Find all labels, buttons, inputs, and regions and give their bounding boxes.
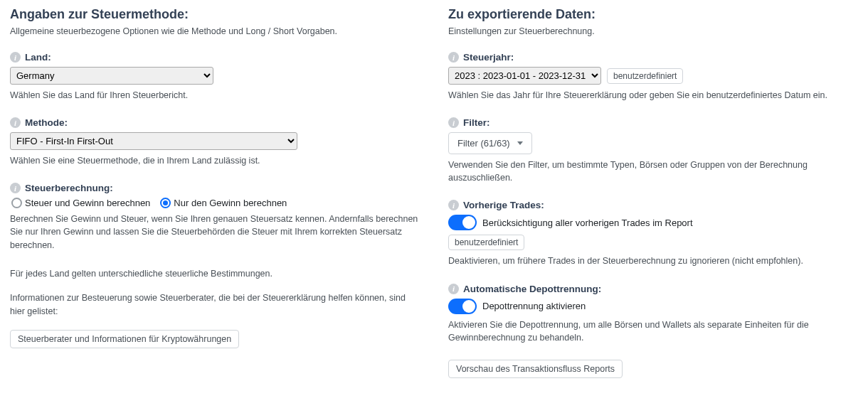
- depot-separation-label: Automatische Depottrennung:: [463, 284, 601, 294]
- radio-gain-only[interactable]: Nur den Gewinn berechnen: [160, 198, 287, 208]
- depot-separation-toggle-label: Depottrennung aktivieren: [482, 301, 586, 311]
- radio-icon: [160, 198, 171, 208]
- method-label: Methode:: [25, 117, 68, 128]
- filter-dropdown-button[interactable]: Filter (61/63): [448, 132, 532, 154]
- country-label: Land:: [25, 52, 51, 63]
- info-icon[interactable]: i: [448, 52, 459, 63]
- country-select[interactable]: Germany: [10, 67, 213, 85]
- radio-icon: [11, 198, 22, 208]
- depot-separation-field: i Automatische Depottrennung: Depottrenn…: [448, 284, 858, 344]
- country-help: Wählen Sie das Land für Ihren Steuerberi…: [10, 89, 420, 102]
- info-icon[interactable]: i: [448, 284, 459, 294]
- filter-help: Verwenden Sie den Filter, um bestimmte T…: [448, 159, 858, 184]
- previous-trades-field: i Vorherige Trades: Berücksichtigung all…: [448, 200, 858, 267]
- radio-tax-and-gain[interactable]: Steuer und Gewinn berechnen: [11, 198, 150, 208]
- tax-year-field: i Steuerjahr: 2023 : 2023-01-01 - 2023-1…: [448, 52, 858, 102]
- tax-year-label: Steuerjahr:: [463, 52, 514, 63]
- info-icon[interactable]: i: [10, 52, 21, 63]
- depot-separation-help: Aktivieren Sie die Depottrennung, um all…: [448, 318, 858, 344]
- info-icon[interactable]: i: [448, 200, 459, 210]
- previous-trades-help: Deaktivieren, um frühere Trades in der S…: [448, 254, 858, 267]
- info-icon[interactable]: i: [10, 117, 21, 128]
- filter-label: Filter:: [463, 117, 490, 128]
- tax-year-custom-button[interactable]: benutzerdefiniert: [607, 68, 683, 84]
- export-data-heading: Zu exportierende Daten:: [448, 7, 858, 22]
- tax-advisors-button[interactable]: Steuerberater und Informationen für Kryp…: [10, 330, 239, 348]
- tax-calc-label: Steuerberechnung:: [25, 183, 113, 193]
- previous-trades-toggle[interactable]: [448, 215, 477, 230]
- depot-separation-toggle[interactable]: [448, 299, 477, 314]
- tax-calc-help: Berechnen Sie Gewinn und Steuer, wenn Si…: [10, 213, 420, 251]
- tax-method-subtitle: Allgemeine steuerbezogene Optionen wie d…: [10, 26, 420, 36]
- export-data-subtitle: Einstellungen zur Steuerberechnung.: [448, 26, 858, 36]
- country-note-2: Informationen zur Besteuerung sowie Steu…: [10, 291, 420, 318]
- tax-year-help: Wählen Sie das Jahr für Ihre Steuererklä…: [448, 89, 858, 102]
- chevron-down-icon: [517, 141, 523, 145]
- country-field: i Land: Germany Wählen Sie das Land für …: [10, 52, 420, 102]
- export-data-panel: Zu exportierende Daten: Einstellungen zu…: [448, 7, 858, 378]
- method-select[interactable]: FIFO - First-In First-Out: [10, 132, 297, 150]
- tax-method-heading: Angaben zur Steuermethode:: [10, 7, 420, 22]
- country-note-1: Für jedes Land gelten unterschiedliche s…: [10, 267, 420, 281]
- tax-year-select[interactable]: 2023 : 2023-01-01 - 2023-12-31: [448, 67, 601, 85]
- previous-trades-custom-button[interactable]: benutzerdefiniert: [448, 235, 524, 250]
- previous-trades-toggle-label: Berücksichtigung aller vorherigen Trades…: [482, 218, 693, 228]
- previous-trades-label: Vorherige Trades:: [463, 200, 544, 210]
- preview-report-button[interactable]: Vorschau des Transaktionsfluss Reports: [448, 360, 623, 378]
- info-icon[interactable]: i: [10, 183, 21, 193]
- info-icon[interactable]: i: [448, 117, 459, 128]
- method-field: i Methode: FIFO - First-In First-Out Wäh…: [10, 117, 420, 167]
- tax-method-panel: Angaben zur Steuermethode: Allgemeine st…: [10, 7, 420, 378]
- method-help: Wählen Sie eine Steuermethode, die in Ih…: [10, 154, 420, 167]
- tax-calc-field: i Steuerberechnung: Steuer und Gewinn be…: [10, 183, 420, 251]
- filter-field: i Filter: Filter (61/63) Verwenden Sie d…: [448, 117, 858, 184]
